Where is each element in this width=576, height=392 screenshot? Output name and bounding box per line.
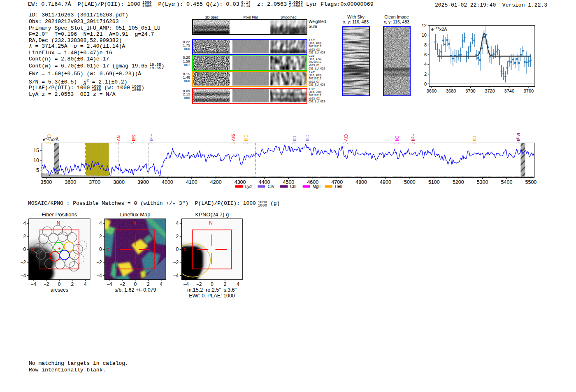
svg-text:−4: −4 bbox=[173, 273, 179, 278]
svg-text:−2: −2 bbox=[96, 260, 102, 265]
svg-text:2: 2 bbox=[176, 234, 179, 239]
svg-text:4: 4 bbox=[23, 220, 26, 226]
svg-text:−4: −4 bbox=[20, 273, 26, 278]
svg-text:4: 4 bbox=[176, 220, 179, 226]
svg-text:2: 2 bbox=[23, 234, 26, 239]
svg-text:0: 0 bbox=[176, 246, 179, 252]
svg-text:−2: −2 bbox=[173, 260, 179, 265]
svg-text:4: 4 bbox=[99, 220, 102, 226]
svg-text:0: 0 bbox=[23, 246, 26, 252]
svg-text:2: 2 bbox=[99, 234, 102, 239]
svg-text:−4: −4 bbox=[96, 273, 102, 278]
svg-text:−2: −2 bbox=[20, 260, 26, 265]
svg-text:0: 0 bbox=[99, 246, 102, 252]
